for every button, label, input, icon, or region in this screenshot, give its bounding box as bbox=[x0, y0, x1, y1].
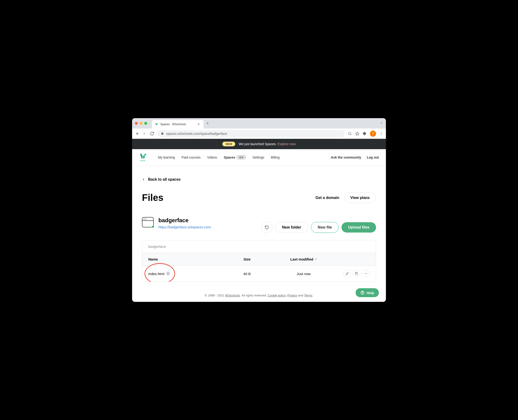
footer-brand-link[interactable]: W3schools bbox=[225, 294, 240, 297]
new-folder-button[interactable]: New folder bbox=[275, 222, 308, 233]
browser-tab[interactable]: Spaces - W3schools × bbox=[152, 120, 204, 128]
get-domain-link[interactable]: Get a domain bbox=[315, 196, 339, 200]
file-size: 40 B bbox=[223, 272, 271, 276]
header-name[interactable]: Name bbox=[148, 257, 223, 261]
space-url-link[interactable]: https://badgerface.w3spaces.com bbox=[158, 225, 211, 229]
ask-community-link[interactable]: Ask the community bbox=[331, 156, 361, 159]
svg-point-13 bbox=[366, 273, 366, 274]
svg-line-3 bbox=[350, 134, 351, 135]
forward-button[interactable] bbox=[142, 132, 147, 136]
star-icon[interactable] bbox=[355, 132, 359, 136]
file-modified: Just now bbox=[271, 272, 337, 276]
url-box[interactable]: spaces.w3schools.com/space/badgerface bbox=[158, 130, 344, 137]
address-bar: spaces.w3schools.com/space/badgerface T bbox=[132, 128, 386, 139]
tab-title: Spaces - W3schools bbox=[160, 123, 195, 126]
svg-text:3: 3 bbox=[145, 153, 146, 156]
table-header: Name Size Last modified ▼ bbox=[142, 253, 376, 266]
chrome-tab-bar: Spaces - W3schools × + bbox=[132, 118, 386, 128]
browser-window: Spaces - W3schools × + spaces.w3schools.… bbox=[132, 118, 386, 302]
minimize-window-button[interactable] bbox=[140, 122, 142, 125]
help-button[interactable]: Help bbox=[356, 288, 379, 297]
chevron-down-icon[interactable] bbox=[380, 121, 383, 125]
status-dot-icon bbox=[152, 225, 154, 228]
clipboard-icon bbox=[355, 272, 358, 275]
new-tab-button[interactable]: + bbox=[206, 121, 209, 126]
nav-my-learning[interactable]: My learning bbox=[158, 156, 175, 159]
svg-marker-10 bbox=[167, 272, 170, 275]
svg-point-7 bbox=[381, 134, 382, 135]
edit-button[interactable] bbox=[343, 270, 351, 278]
svg-rect-11 bbox=[356, 272, 358, 275]
announcement-bar: NEW We just launched Spaces. Explore now bbox=[132, 139, 386, 149]
header-actions: Get a domain View plans bbox=[315, 193, 376, 203]
explore-link[interactable]: Explore now bbox=[278, 142, 296, 146]
svg-text:schools: schools bbox=[140, 160, 145, 161]
nav-paid-courses[interactable]: Paid courses bbox=[182, 156, 200, 159]
nav-settings[interactable]: Settings bbox=[252, 156, 264, 159]
view-plans-button[interactable]: View plans bbox=[344, 193, 376, 203]
nav-billing[interactable]: Billing bbox=[271, 156, 280, 159]
new-file-button[interactable]: New file bbox=[311, 222, 339, 233]
announce-text: We just launched Spaces. bbox=[239, 142, 277, 146]
extensions-icon[interactable] bbox=[363, 132, 367, 135]
close-tab-icon[interactable]: × bbox=[197, 122, 201, 126]
more-button[interactable] bbox=[362, 270, 370, 278]
toolbar-icons: T bbox=[348, 131, 383, 137]
file-table: badgerface Name Size Last modified ▼ ind… bbox=[142, 240, 376, 282]
refresh-button[interactable] bbox=[261, 222, 272, 233]
sort-caret-icon: ▼ bbox=[315, 258, 317, 261]
cookie-policy-link[interactable]: Cookie policy bbox=[268, 294, 286, 297]
svg-point-5 bbox=[381, 132, 382, 133]
maximize-window-button[interactable] bbox=[144, 122, 147, 125]
nav-videos[interactable]: Videos bbox=[207, 156, 217, 159]
help-icon bbox=[360, 291, 365, 295]
svg-point-2 bbox=[349, 132, 351, 135]
pencil-icon bbox=[345, 272, 349, 275]
more-horizontal-icon bbox=[364, 272, 368, 275]
header-modified[interactable]: Last modified ▼ bbox=[271, 257, 337, 261]
copy-button[interactable] bbox=[353, 270, 360, 278]
upload-files-button[interactable]: Upload files bbox=[342, 222, 376, 232]
nav-right: Ask the community Log out bbox=[331, 156, 379, 159]
svg-marker-4 bbox=[356, 132, 359, 135]
profile-avatar[interactable]: T bbox=[370, 131, 376, 137]
terms-link[interactable]: Terms bbox=[304, 294, 312, 297]
reload-button[interactable] bbox=[150, 132, 154, 136]
file-name[interactable]: index.html bbox=[148, 272, 164, 276]
svg-point-6 bbox=[381, 133, 382, 134]
close-window-button[interactable] bbox=[135, 122, 138, 125]
breadcrumb[interactable]: badgerface bbox=[142, 240, 376, 253]
window-controls bbox=[135, 122, 147, 125]
footer: © 1999 - 2021 W3schools. All rights rese… bbox=[132, 287, 386, 302]
nav-links: My learning Paid courses Videos Spaces N… bbox=[158, 156, 280, 159]
menu-icon[interactable] bbox=[379, 132, 383, 135]
table-row[interactable]: index.html 40 B Just now bbox=[142, 266, 376, 282]
space-icon bbox=[142, 217, 154, 227]
refresh-icon bbox=[265, 225, 269, 230]
svg-point-16 bbox=[362, 293, 363, 294]
back-button[interactable] bbox=[135, 132, 139, 136]
row-actions bbox=[337, 270, 370, 278]
lock-icon bbox=[161, 132, 164, 135]
content-area: Back to all spaces Files Get a domain Vi… bbox=[132, 165, 386, 287]
new-badge: NEW bbox=[222, 142, 235, 146]
star-outline-icon[interactable] bbox=[166, 271, 170, 276]
logout-link[interactable]: Log out bbox=[367, 156, 379, 159]
svg-point-12 bbox=[365, 273, 365, 274]
chevron-left-icon bbox=[142, 178, 145, 181]
new-pill: NEW bbox=[237, 156, 246, 159]
file-name-cell: index.html bbox=[148, 271, 223, 276]
nav-spaces[interactable]: Spaces NEW bbox=[224, 156, 246, 159]
page-header: Files Get a domain View plans bbox=[142, 192, 376, 203]
space-info: badgerface https://badgerface.w3spaces.c… bbox=[142, 217, 211, 229]
privacy-link[interactable]: Privacy bbox=[287, 294, 297, 297]
header-size[interactable]: Size bbox=[223, 257, 271, 261]
space-actions: New folder New file Upload files bbox=[261, 222, 376, 233]
favicon-icon bbox=[155, 122, 158, 126]
main-nav: 3schools My learning Paid courses Videos… bbox=[132, 149, 386, 165]
zoom-icon[interactable] bbox=[348, 132, 352, 135]
logo[interactable]: 3schools bbox=[139, 152, 149, 163]
back-to-spaces-link[interactable]: Back to all spaces bbox=[142, 177, 376, 182]
svg-point-14 bbox=[367, 273, 367, 274]
space-name: badgerface bbox=[158, 217, 211, 224]
